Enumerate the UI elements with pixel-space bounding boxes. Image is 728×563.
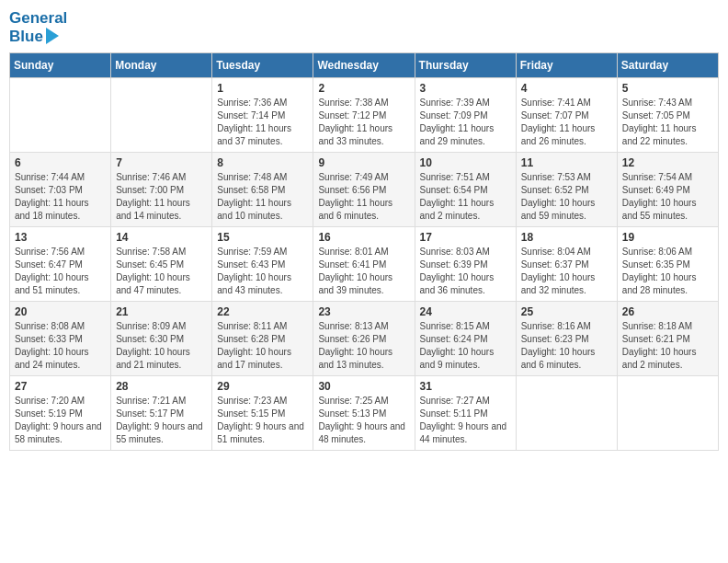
day-number: 9 (318, 156, 409, 169)
calendar-cell: 18Sunrise: 8:04 AM Sunset: 6:37 PM Dayli… (516, 227, 617, 302)
day-number: 7 (116, 156, 207, 169)
day-number: 10 (420, 156, 511, 169)
calendar-week-2: 6Sunrise: 7:44 AM Sunset: 7:03 PM Daylig… (10, 153, 719, 227)
day-number: 22 (217, 305, 308, 318)
calendar-cell: 8Sunrise: 7:48 AM Sunset: 6:58 PM Daylig… (212, 153, 313, 227)
calendar-cell: 24Sunrise: 8:15 AM Sunset: 6:24 PM Dayli… (415, 302, 516, 376)
calendar-cell: 9Sunrise: 7:49 AM Sunset: 6:56 PM Daylig… (313, 153, 415, 227)
calendar-cell: 29Sunrise: 7:23 AM Sunset: 5:15 PM Dayli… (212, 376, 313, 451)
day-number: 28 (116, 380, 207, 393)
calendar-cell: 13Sunrise: 7:56 AM Sunset: 6:47 PM Dayli… (10, 227, 111, 302)
day-content: Sunrise: 7:58 AM Sunset: 6:45 PM Dayligh… (116, 246, 207, 297)
day-content: Sunrise: 7:56 AM Sunset: 6:47 PM Dayligh… (15, 246, 106, 297)
day-number: 27 (15, 380, 106, 393)
column-header-sunday: Sunday (10, 53, 111, 78)
day-number: 21 (116, 305, 207, 318)
calendar-cell: 3Sunrise: 7:39 AM Sunset: 7:09 PM Daylig… (415, 78, 516, 153)
day-content: Sunrise: 7:59 AM Sunset: 6:43 PM Dayligh… (217, 246, 308, 297)
calendar-cell: 14Sunrise: 7:58 AM Sunset: 6:45 PM Dayli… (111, 227, 212, 302)
day-number: 19 (622, 231, 713, 244)
calendar-cell: 25Sunrise: 8:16 AM Sunset: 6:23 PM Dayli… (516, 302, 617, 376)
column-header-friday: Friday (516, 53, 617, 78)
column-header-tuesday: Tuesday (212, 53, 313, 78)
calendar-cell: 21Sunrise: 8:09 AM Sunset: 6:30 PM Dayli… (111, 302, 212, 376)
day-number: 30 (318, 380, 409, 393)
day-number: 26 (622, 305, 713, 318)
day-number: 17 (420, 231, 511, 244)
calendar-body: 1Sunrise: 7:36 AM Sunset: 7:14 PM Daylig… (10, 78, 719, 451)
day-number: 3 (420, 82, 511, 95)
day-number: 31 (420, 380, 511, 393)
day-number: 4 (521, 82, 612, 95)
day-content: Sunrise: 8:04 AM Sunset: 6:37 PM Dayligh… (521, 246, 612, 297)
calendar-cell: 12Sunrise: 7:54 AM Sunset: 6:49 PM Dayli… (617, 153, 718, 227)
day-content: Sunrise: 7:23 AM Sunset: 5:15 PM Dayligh… (217, 395, 308, 446)
calendar-week-1: 1Sunrise: 7:36 AM Sunset: 7:14 PM Daylig… (10, 78, 719, 153)
day-number: 11 (521, 156, 612, 169)
day-number: 14 (116, 231, 207, 244)
calendar-cell: 23Sunrise: 8:13 AM Sunset: 6:26 PM Dayli… (313, 302, 415, 376)
calendar-cell (516, 376, 617, 451)
calendar-cell: 5Sunrise: 7:43 AM Sunset: 7:05 PM Daylig… (617, 78, 718, 153)
calendar-week-3: 13Sunrise: 7:56 AM Sunset: 6:47 PM Dayli… (10, 227, 719, 302)
day-content: Sunrise: 7:44 AM Sunset: 7:03 PM Dayligh… (15, 171, 106, 223)
logo-general: General (9, 9, 67, 28)
day-number: 24 (420, 305, 511, 318)
calendar-cell: 10Sunrise: 7:51 AM Sunset: 6:54 PM Dayli… (415, 153, 516, 227)
day-number: 13 (15, 231, 106, 244)
day-content: Sunrise: 7:51 AM Sunset: 6:54 PM Dayligh… (420, 171, 511, 223)
day-content: Sunrise: 7:48 AM Sunset: 6:58 PM Dayligh… (217, 171, 308, 223)
day-content: Sunrise: 8:11 AM Sunset: 6:28 PM Dayligh… (217, 320, 308, 372)
calendar-cell: 6Sunrise: 7:44 AM Sunset: 7:03 PM Daylig… (10, 153, 111, 227)
day-content: Sunrise: 7:49 AM Sunset: 6:56 PM Dayligh… (318, 171, 409, 223)
day-number: 20 (15, 305, 106, 318)
column-header-monday: Monday (111, 53, 212, 78)
day-number: 2 (318, 82, 409, 95)
day-content: Sunrise: 8:15 AM Sunset: 6:24 PM Dayligh… (420, 320, 511, 372)
calendar-cell: 16Sunrise: 8:01 AM Sunset: 6:41 PM Dayli… (313, 227, 415, 302)
day-content: Sunrise: 7:38 AM Sunset: 7:12 PM Dayligh… (318, 97, 409, 148)
calendar-cell: 1Sunrise: 7:36 AM Sunset: 7:14 PM Daylig… (212, 78, 313, 153)
logo-arrow-icon (46, 28, 59, 44)
day-number: 18 (521, 231, 612, 244)
day-content: Sunrise: 7:53 AM Sunset: 6:52 PM Dayligh… (521, 171, 612, 223)
calendar-cell: 20Sunrise: 8:08 AM Sunset: 6:33 PM Dayli… (10, 302, 111, 376)
day-content: Sunrise: 8:13 AM Sunset: 6:26 PM Dayligh… (318, 320, 409, 372)
day-content: Sunrise: 7:36 AM Sunset: 7:14 PM Dayligh… (217, 97, 308, 148)
day-content: Sunrise: 7:27 AM Sunset: 5:11 PM Dayligh… (420, 395, 511, 446)
day-content: Sunrise: 7:39 AM Sunset: 7:09 PM Dayligh… (420, 97, 511, 148)
calendar-cell (111, 78, 212, 153)
logo: General Blue (9, 9, 67, 45)
day-number: 1 (217, 82, 308, 95)
day-content: Sunrise: 7:54 AM Sunset: 6:49 PM Dayligh… (622, 171, 713, 223)
day-number: 8 (217, 156, 308, 169)
day-content: Sunrise: 8:09 AM Sunset: 6:30 PM Dayligh… (116, 320, 207, 372)
day-number: 5 (622, 82, 713, 95)
day-content: Sunrise: 8:18 AM Sunset: 6:21 PM Dayligh… (622, 320, 713, 372)
day-content: Sunrise: 7:46 AM Sunset: 7:00 PM Dayligh… (116, 171, 207, 223)
calendar-cell: 30Sunrise: 7:25 AM Sunset: 5:13 PM Dayli… (313, 376, 415, 451)
calendar-cell: 28Sunrise: 7:21 AM Sunset: 5:17 PM Dayli… (111, 376, 212, 451)
day-content: Sunrise: 7:21 AM Sunset: 5:17 PM Dayligh… (116, 395, 207, 446)
day-content: Sunrise: 8:03 AM Sunset: 6:39 PM Dayligh… (420, 246, 511, 297)
calendar-cell: 31Sunrise: 7:27 AM Sunset: 5:11 PM Dayli… (415, 376, 516, 451)
column-header-thursday: Thursday (415, 53, 516, 78)
day-content: Sunrise: 8:01 AM Sunset: 6:41 PM Dayligh… (318, 246, 409, 297)
day-content: Sunrise: 8:08 AM Sunset: 6:33 PM Dayligh… (15, 320, 106, 372)
day-number: 23 (318, 305, 409, 318)
calendar-cell: 15Sunrise: 7:59 AM Sunset: 6:43 PM Dayli… (212, 227, 313, 302)
calendar-cell: 4Sunrise: 7:41 AM Sunset: 7:07 PM Daylig… (516, 78, 617, 153)
calendar-cell: 11Sunrise: 7:53 AM Sunset: 6:52 PM Dayli… (516, 153, 617, 227)
day-content: Sunrise: 7:25 AM Sunset: 5:13 PM Dayligh… (318, 395, 409, 446)
page-header: General Blue (9, 9, 719, 45)
calendar-cell: 2Sunrise: 7:38 AM Sunset: 7:12 PM Daylig… (313, 78, 415, 153)
calendar-cell (617, 376, 718, 451)
calendar-cell: 26Sunrise: 8:18 AM Sunset: 6:21 PM Dayli… (617, 302, 718, 376)
calendar-cell: 27Sunrise: 7:20 AM Sunset: 5:19 PM Dayli… (10, 376, 111, 451)
column-header-saturday: Saturday (617, 53, 718, 78)
calendar-week-5: 27Sunrise: 7:20 AM Sunset: 5:19 PM Dayli… (10, 376, 719, 451)
day-content: Sunrise: 7:41 AM Sunset: 7:07 PM Dayligh… (521, 97, 612, 148)
calendar-table: SundayMondayTuesdayWednesdayThursdayFrid… (9, 52, 719, 451)
calendar-cell: 7Sunrise: 7:46 AM Sunset: 7:00 PM Daylig… (111, 153, 212, 227)
calendar-header-row: SundayMondayTuesdayWednesdayThursdayFrid… (10, 53, 719, 78)
